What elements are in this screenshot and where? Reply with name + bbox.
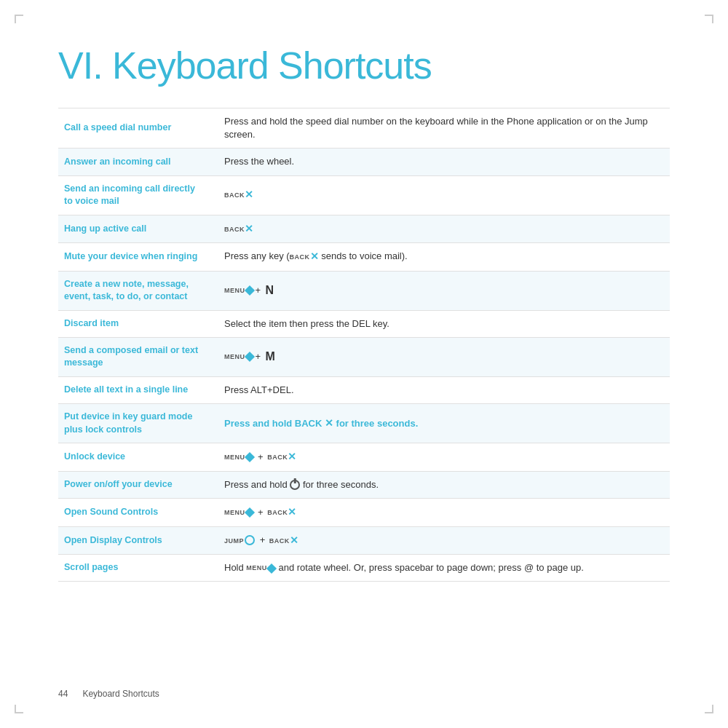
shortcut-action: Answer an incoming call: [58, 149, 218, 175]
shortcut-action: Open Display Controls: [58, 526, 218, 555]
table-row: Open Sound ControlsMENU + BACK ✕: [58, 498, 670, 526]
shortcut-description: Press and hold the speed dial number on …: [218, 108, 670, 149]
shortcut-action: Unlock device: [58, 443, 218, 472]
shortcut-description: Select the item then press the DEL key.: [218, 310, 670, 337]
page-number: 44: [58, 689, 68, 699]
shortcut-description: Press and hold for three seconds.: [218, 471, 670, 498]
table-row: Create a new note, message, event, task,…: [58, 271, 670, 310]
corner-mark-br: [705, 705, 713, 713]
table-row: Hang up active callBACK ✕: [58, 215, 670, 243]
table-row: Open Display ControlsJUMP + BACK ✕: [58, 526, 670, 555]
table-row: Delete all text in a single linePress AL…: [58, 376, 670, 403]
shortcut-description: Press the wheel.: [218, 149, 670, 175]
shortcut-description: BACK ✕: [218, 215, 670, 243]
shortcut-action: Mute your device when ringing: [58, 243, 218, 272]
shortcut-action: Put device in key guard mode plus lock c…: [58, 404, 218, 443]
shortcut-description: MENU + BACK ✕: [218, 498, 670, 526]
corner-mark-bl: [15, 705, 23, 713]
table-row: Put device in key guard mode plus lock c…: [58, 404, 670, 443]
footer: 44 Keyboard Shortcuts: [58, 689, 159, 699]
shortcut-action: Send a composed email or text message: [58, 337, 218, 376]
page-title: VI. Keyboard Shortcuts: [58, 44, 670, 87]
shortcut-action: Discard item: [58, 310, 218, 337]
footer-section: Keyboard Shortcuts: [82, 689, 159, 699]
shortcut-description: Hold MENU and rotate wheel. Or, press sp…: [218, 555, 670, 582]
shortcut-description: Press any key (BACK ✕ sends to voice mai…: [218, 243, 670, 272]
shortcut-description: MENU + BACK ✕: [218, 443, 670, 472]
table-row: Send an incoming call directly to voice …: [58, 175, 670, 215]
shortcuts-table: Call a speed dial numberPress and hold t…: [58, 108, 670, 582]
shortcut-action: Scroll pages: [58, 555, 218, 582]
shortcut-description: Press ALT+DEL.: [218, 376, 670, 403]
shortcut-action: Open Sound Controls: [58, 498, 218, 526]
shortcut-description: Press and hold BACK ✕ for three seconds.: [218, 404, 670, 443]
table-row: Unlock deviceMENU + BACK ✕: [58, 443, 670, 472]
table-row: Mute your device when ringingPress any k…: [58, 243, 670, 272]
shortcut-action: Power on/off your device: [58, 471, 218, 498]
shortcut-action: Call a speed dial number: [58, 108, 218, 149]
shortcut-description: MENU+ M: [218, 337, 670, 376]
shortcut-action: Hang up active call: [58, 215, 218, 243]
table-row: Power on/off your devicePress and hold f…: [58, 471, 670, 498]
shortcut-action: Create a new note, message, event, task,…: [58, 271, 218, 310]
corner-mark-tl: [15, 15, 23, 23]
table-row: Discard itemSelect the item then press t…: [58, 310, 670, 337]
shortcut-description: MENU+ N: [218, 271, 670, 310]
table-row: Send a composed email or text messageMEN…: [58, 337, 670, 376]
shortcut-action: Delete all text in a single line: [58, 376, 218, 403]
corner-mark-tr: [705, 15, 713, 23]
page-container: VI. Keyboard Shortcuts Call a speed dial…: [0, 0, 728, 728]
table-row: Answer an incoming callPress the wheel.: [58, 149, 670, 175]
table-row: Scroll pagesHold MENU and rotate wheel. …: [58, 555, 670, 582]
shortcut-action: Send an incoming call directly to voice …: [58, 175, 218, 215]
table-row: Call a speed dial numberPress and hold t…: [58, 108, 670, 149]
shortcut-description: BACK ✕: [218, 175, 670, 215]
shortcut-description: JUMP + BACK ✕: [218, 526, 670, 555]
